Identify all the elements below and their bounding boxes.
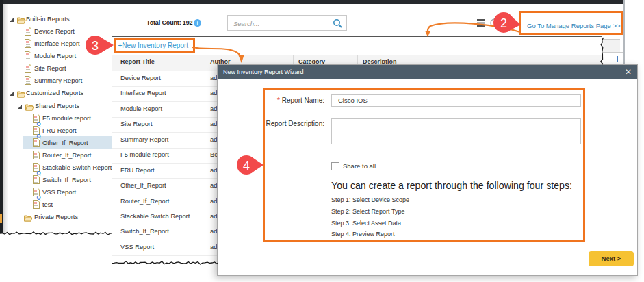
svg-text:4: 4	[243, 159, 250, 172]
svg-text:3: 3	[92, 39, 99, 53]
svg-text:2: 2	[500, 16, 507, 30]
